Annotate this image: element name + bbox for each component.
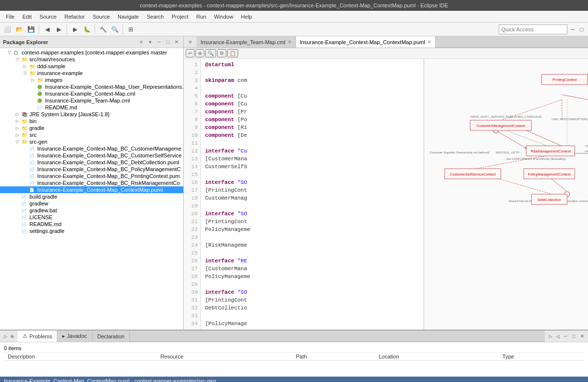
main-container: Package Explorer ≡ ▾ ─ □ ✕ ▽ ⬡ context-m… xyxy=(0,36,588,382)
tree-item-images[interactable]: ▷ 📁 images xyxy=(0,76,183,83)
tree-item-readme1[interactable]: 📄 README.md xyxy=(0,104,183,111)
pkg-minimize-btn[interactable]: ─ xyxy=(155,38,163,46)
tree-item-gen3[interactable]: 📄 Insurance-Example_Context-Map_BC_DebtC… xyxy=(0,159,183,166)
quick-access-input[interactable]: Quick Access xyxy=(499,25,567,34)
folder-images-icon: 📁 xyxy=(37,77,45,83)
menu-edit[interactable]: Edit xyxy=(19,13,36,21)
menu-navigate[interactable]: Navigate xyxy=(114,13,143,21)
tree-item-insurance[interactable]: ▽ 📁 insurance-example xyxy=(0,70,183,76)
tree-item-root[interactable]: ▽ ⬡ context-mapper-examples [context-map… xyxy=(0,49,183,56)
tab-javadoc[interactable]: ▸ Javadoc xyxy=(57,331,92,342)
tab-problems[interactable]: ⚠ Problems xyxy=(18,331,57,342)
pkg-menu-btn[interactable]: ▾ xyxy=(146,38,154,46)
tree-item-ddd[interactable]: ▷ 📁 ddd-sample xyxy=(0,63,183,70)
toolbar-minimize[interactable]: ─ xyxy=(568,25,577,34)
tree-item-src-main[interactable]: ▽ 📁 src/main/resources xyxy=(0,56,183,63)
menu-project[interactable]: Project xyxy=(168,13,192,21)
tree-item-gen1[interactable]: 📄 Insurance-Example_Context-Map_BC_Custo… xyxy=(0,145,183,152)
editor-tab-bar: ≡ Insurance-Example_Team-Map.cml ✕ Insur… xyxy=(184,36,588,48)
bottom-panel-controls: ▷ ◁ ─ □ ✕ xyxy=(545,331,588,342)
tree-item-file1[interactable]: 🟢 Insurance-Example_Context-Map_User_Rep… xyxy=(0,83,183,90)
editor-tab-menu-btn[interactable]: ≡ xyxy=(185,36,196,47)
bottom-close-btn[interactable]: ✕ xyxy=(578,332,586,340)
tab-team-map-close[interactable]: ✕ xyxy=(288,39,292,45)
package-explorer-header-icons: ≡ ▾ ─ □ ✕ xyxy=(137,38,180,46)
editor-tool-5[interactable]: 📋 xyxy=(227,49,238,57)
tree-item-gen5[interactable]: 📄 Insurance-Example_Context-Map_BC_Print… xyxy=(0,173,183,179)
code-line-13: [CustomerMana xyxy=(205,155,419,163)
folder-ddd-icon: 📁 xyxy=(29,64,37,69)
tree-item-license[interactable]: 📄 LICENSE xyxy=(0,214,183,221)
toolbar-new[interactable]: ⬜ xyxy=(2,24,13,35)
tree-item-jre[interactable]: ▷ 📚 JRE System Library [JavaSE-1.8] xyxy=(0,111,183,118)
tree-item-src-gen[interactable]: ▽ 📁 src-gen xyxy=(0,138,183,145)
code-line-19 xyxy=(205,202,419,210)
toolbar-back[interactable]: ◀ xyxy=(42,24,52,35)
editor-tool-4[interactable]: ⚙ xyxy=(217,49,226,57)
tab-declaration[interactable]: Declaration xyxy=(93,331,130,342)
editor-tool-1[interactable]: ↩ xyxy=(186,49,195,57)
menu-source2[interactable]: Source xyxy=(89,13,114,21)
tree-item-readme2[interactable]: 📄 README.md xyxy=(0,221,183,228)
tree-item-file2[interactable]: 🟢 Insurance-Example_Context-Map.cml xyxy=(0,90,183,97)
bottom-ctrl-2[interactable]: ◁ xyxy=(554,333,561,340)
tree-item-gradlewbat[interactable]: 📄 gradlew.bat xyxy=(0,207,183,214)
gen7-icon: 📄 xyxy=(29,188,37,192)
bottom-panel: ▷ ⊕ ⚠ Problems ▸ Javadoc Declaration ▷ ◁… xyxy=(0,330,588,377)
editor-tool-2[interactable]: ⊕ xyxy=(196,49,204,57)
tree-item-bin[interactable]: ▷ 📁 bin xyxy=(0,118,183,125)
toolbar-save[interactable]: 💾 xyxy=(25,24,36,35)
gradlewbat-icon: 📄 xyxy=(22,208,29,213)
bottom-icon-1[interactable]: ▷ xyxy=(2,333,9,340)
pkg-collapse-btn[interactable]: ≡ xyxy=(137,38,145,46)
svg-text:PolicyManagementContext: PolicyManagementContext xyxy=(528,172,571,177)
bottom-minimize-btn[interactable]: ─ xyxy=(562,332,569,340)
bottom-ctrl-1[interactable]: ▷ xyxy=(547,333,554,340)
toolbar-debug[interactable]: 🐛 xyxy=(81,24,92,35)
code-content[interactable]: @startuml skinparam com component [Cu co… xyxy=(201,59,423,330)
toolbar-perspective[interactable]: ⊞ xyxy=(125,24,136,35)
menu-refactor[interactable]: Refactor xyxy=(61,13,89,21)
file1-icon: 🟢 xyxy=(37,85,45,89)
menu-run[interactable]: Run xyxy=(193,13,210,21)
tree-item-file3[interactable]: 🟢 Insurance-Example_Team-Map.cml xyxy=(0,97,183,104)
tree-item-gradle[interactable]: ▷ 📁 gradle xyxy=(0,125,183,131)
tree-item-settings[interactable]: 📄 settings.gradle xyxy=(0,228,183,234)
toolbar-build[interactable]: 🔨 xyxy=(98,24,108,35)
tree-item-gradlew[interactable]: 📄 gradlew xyxy=(0,200,183,207)
pkg-close-btn[interactable]: ✕ xyxy=(172,38,180,46)
code-line-9: component [Ri xyxy=(205,124,419,131)
bottom-maximize-btn[interactable]: □ xyxy=(570,332,578,340)
menu-file[interactable]: File xyxy=(2,13,19,21)
toolbar-maximize[interactable]: □ xyxy=(577,25,586,34)
tab-context-map[interactable]: Insurance-Example_Context-Map_ContextMap… xyxy=(296,36,436,48)
editor-tool-3[interactable]: 🔍 xyxy=(205,49,216,57)
tree-item-gen2[interactable]: 📄 Insurance-Example_Context-Map_BC_Custo… xyxy=(0,152,183,159)
tree-item-gen6[interactable]: 📄 Insurance-Example_Context-Map_BC_RiskM… xyxy=(0,179,183,186)
tab-context-map-close[interactable]: ✕ xyxy=(427,39,431,45)
toolbar-search[interactable]: 🔍 xyxy=(109,24,120,35)
svg-text:Customer-Supplier (Partnership: Customer-Supplier (Partnership not defin… xyxy=(430,151,490,154)
pkg-maximize-btn[interactable]: □ xyxy=(164,38,172,46)
menu-search[interactable]: Search xyxy=(143,13,168,21)
tree-item-src[interactable]: ▷ 📁 src xyxy=(0,131,183,138)
gen3-icon: 📄 xyxy=(29,160,37,165)
menu-source[interactable]: Source xyxy=(36,13,61,21)
svg-text:CustomerSelfServiceContext: CustomerSelfServiceContext xyxy=(450,172,496,177)
tree-item-gen7-selected[interactable]: 📄 Insurance-Example_Context-Map_ContextM… xyxy=(0,186,183,193)
jre-icon: 📚 xyxy=(22,112,29,117)
toolbar-run[interactable]: ▶ xyxy=(70,24,80,35)
code-line-7: component [Pr xyxy=(205,108,419,116)
code-line-8: component [Po xyxy=(205,116,419,124)
toolbar-forward[interactable]: ▶ xyxy=(53,24,64,35)
tab-team-map[interactable]: Insurance-Example_Team-Map.cml ✕ xyxy=(196,36,295,48)
code-line-12: interface "Cu xyxy=(205,147,419,155)
quick-access-area: Quick Access ─ □ xyxy=(499,25,586,34)
toolbar-open[interactable]: 📂 xyxy=(14,24,24,35)
tree-item-build[interactable]: 📄 build.gradle xyxy=(0,193,183,200)
col-path: Path xyxy=(292,353,375,361)
menu-window[interactable]: Window xyxy=(210,13,237,21)
bottom-icon-2[interactable]: ⊕ xyxy=(9,333,16,340)
tree-item-gen4[interactable]: 📄 Insurance-Example_Context-Map_BC_Polic… xyxy=(0,166,183,173)
menu-help[interactable]: Help xyxy=(237,13,256,21)
